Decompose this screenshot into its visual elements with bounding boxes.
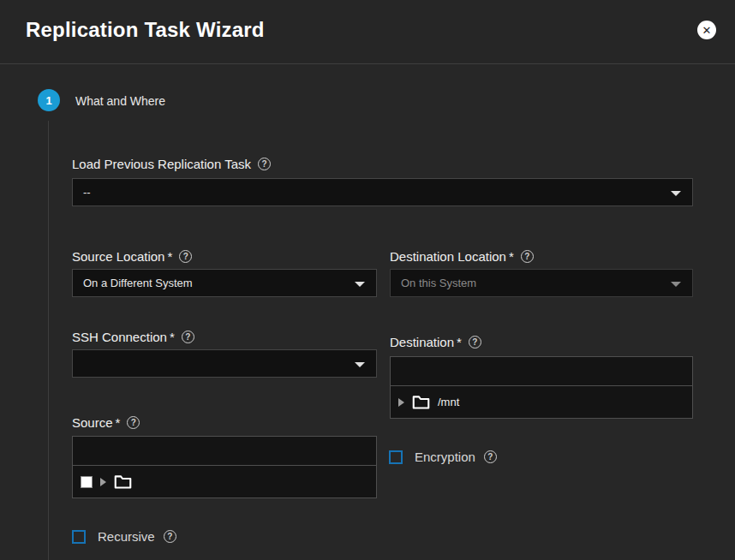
load-previous-select[interactable]: -- (72, 178, 693, 206)
source-label: Source* ? (72, 415, 140, 430)
replication-task-wizard-dialog: Replication Task Wizard ✕ 1 What and Whe… (0, 0, 735, 560)
source-location-value: On a Different System (83, 277, 193, 289)
folder-icon (114, 474, 132, 489)
source-tree-node-root[interactable] (73, 466, 376, 497)
tree-expand-icon[interactable] (398, 398, 404, 407)
recursive-label: Recursive (98, 529, 155, 544)
help-icon[interactable]: ? (127, 416, 140, 429)
source-path-input[interactable] (73, 437, 376, 466)
recursive-checkbox[interactable] (72, 530, 86, 544)
encryption-checkbox[interactable] (389, 450, 403, 464)
help-icon[interactable]: ? (521, 250, 534, 263)
chevron-down-icon (671, 191, 681, 196)
tree-node-label: /mnt (438, 396, 459, 408)
chevron-down-icon (355, 282, 365, 287)
source-explorer (72, 436, 377, 498)
help-icon[interactable]: ? (179, 250, 192, 263)
help-icon[interactable]: ? (469, 336, 481, 349)
help-icon[interactable]: ? (484, 450, 497, 463)
help-icon[interactable]: ? (164, 530, 176, 543)
help-icon[interactable]: ? (182, 331, 194, 343)
step-indicator: 1 (38, 89, 60, 111)
tree-node-checkbox[interactable] (81, 476, 93, 488)
dialog-title: Replication Task Wizard (26, 18, 265, 42)
stepper-connector-line (48, 121, 49, 560)
load-previous-value: -- (83, 186, 91, 199)
step-label: What and Where (75, 94, 165, 108)
source-location-label: Source Location* ? (72, 249, 192, 264)
chevron-down-icon (355, 362, 365, 367)
load-previous-label: Load Previous Replication Task ? (72, 157, 271, 171)
destination-explorer: /mnt (390, 356, 693, 419)
ssh-connection-select[interactable] (72, 349, 377, 378)
encryption-checkbox-row[interactable]: Encryption ? (389, 450, 497, 464)
ssh-connection-label: SSH Connection* ? (72, 330, 194, 344)
dialog-header: Replication Task Wizard ✕ (0, 0, 735, 64)
help-icon[interactable]: ? (258, 158, 271, 170)
tree-expand-icon[interactable] (100, 478, 106, 486)
recursive-checkbox-row[interactable]: Recursive ? (72, 529, 176, 544)
encryption-label: Encryption (415, 450, 475, 464)
destination-location-value: On this System (401, 277, 476, 289)
destination-tree-node-mnt[interactable]: /mnt (391, 386, 692, 418)
destination-location-label: Destination Location* ? (390, 249, 534, 264)
folder-icon (412, 395, 430, 409)
close-icon[interactable]: ✕ (697, 21, 716, 39)
source-location-select[interactable]: On a Different System (72, 269, 377, 297)
chevron-down-icon (671, 282, 681, 287)
destination-label: Destination* ? (390, 335, 481, 349)
destination-location-select: On this System (390, 269, 693, 297)
destination-path-input[interactable] (391, 357, 692, 386)
